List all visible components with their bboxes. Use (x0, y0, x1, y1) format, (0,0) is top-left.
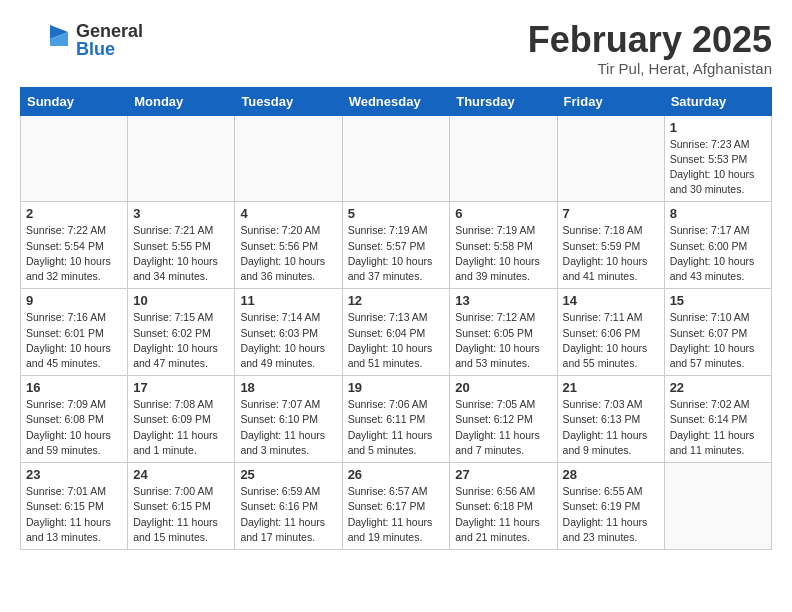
day-info: Sunrise: 7:05 AM Sunset: 6:12 PM Dayligh… (455, 397, 551, 458)
day-number: 26 (348, 467, 445, 482)
page-header: General Blue February 2025 Tir Pul, Hera… (20, 20, 772, 77)
day-info: Sunrise: 7:02 AM Sunset: 6:14 PM Dayligh… (670, 397, 766, 458)
day-info: Sunrise: 7:11 AM Sunset: 6:06 PM Dayligh… (563, 310, 659, 371)
day-info: Sunrise: 7:10 AM Sunset: 6:07 PM Dayligh… (670, 310, 766, 371)
calendar-cell: 24Sunrise: 7:00 AM Sunset: 6:15 PM Dayli… (128, 463, 235, 550)
month-title: February 2025 (528, 20, 772, 60)
calendar-cell: 3Sunrise: 7:21 AM Sunset: 5:55 PM Daylig… (128, 202, 235, 289)
calendar-cell: 10Sunrise: 7:15 AM Sunset: 6:02 PM Dayli… (128, 289, 235, 376)
calendar-cell (235, 115, 342, 202)
calendar-cell: 6Sunrise: 7:19 AM Sunset: 5:58 PM Daylig… (450, 202, 557, 289)
day-number: 2 (26, 206, 122, 221)
calendar-week-row: 23Sunrise: 7:01 AM Sunset: 6:15 PM Dayli… (21, 463, 772, 550)
calendar-cell: 28Sunrise: 6:55 AM Sunset: 6:19 PM Dayli… (557, 463, 664, 550)
logo-icon (20, 20, 70, 60)
calendar-cell (21, 115, 128, 202)
calendar-cell: 19Sunrise: 7:06 AM Sunset: 6:11 PM Dayli… (342, 376, 450, 463)
day-info: Sunrise: 6:57 AM Sunset: 6:17 PM Dayligh… (348, 484, 445, 545)
day-number: 19 (348, 380, 445, 395)
weekday-header: Tuesday (235, 87, 342, 115)
day-info: Sunrise: 7:16 AM Sunset: 6:01 PM Dayligh… (26, 310, 122, 371)
logo-general: General (76, 22, 143, 40)
weekday-header: Saturday (664, 87, 771, 115)
day-info: Sunrise: 7:23 AM Sunset: 5:53 PM Dayligh… (670, 137, 766, 198)
calendar-cell (450, 115, 557, 202)
day-number: 20 (455, 380, 551, 395)
day-info: Sunrise: 7:07 AM Sunset: 6:10 PM Dayligh… (240, 397, 336, 458)
calendar-week-row: 9Sunrise: 7:16 AM Sunset: 6:01 PM Daylig… (21, 289, 772, 376)
calendar-cell: 8Sunrise: 7:17 AM Sunset: 6:00 PM Daylig… (664, 202, 771, 289)
calendar-cell: 21Sunrise: 7:03 AM Sunset: 6:13 PM Dayli… (557, 376, 664, 463)
calendar-cell (342, 115, 450, 202)
day-info: Sunrise: 7:06 AM Sunset: 6:11 PM Dayligh… (348, 397, 445, 458)
day-info: Sunrise: 7:01 AM Sunset: 6:15 PM Dayligh… (26, 484, 122, 545)
calendar-week-row: 2Sunrise: 7:22 AM Sunset: 5:54 PM Daylig… (21, 202, 772, 289)
day-number: 11 (240, 293, 336, 308)
day-info: Sunrise: 7:09 AM Sunset: 6:08 PM Dayligh… (26, 397, 122, 458)
day-number: 10 (133, 293, 229, 308)
title-block: February 2025 Tir Pul, Herat, Afghanista… (528, 20, 772, 77)
calendar-cell: 15Sunrise: 7:10 AM Sunset: 6:07 PM Dayli… (664, 289, 771, 376)
day-number: 21 (563, 380, 659, 395)
weekday-header: Friday (557, 87, 664, 115)
day-info: Sunrise: 7:15 AM Sunset: 6:02 PM Dayligh… (133, 310, 229, 371)
day-info: Sunrise: 7:22 AM Sunset: 5:54 PM Dayligh… (26, 223, 122, 284)
day-number: 3 (133, 206, 229, 221)
day-info: Sunrise: 7:18 AM Sunset: 5:59 PM Dayligh… (563, 223, 659, 284)
day-info: Sunrise: 6:59 AM Sunset: 6:16 PM Dayligh… (240, 484, 336, 545)
day-number: 5 (348, 206, 445, 221)
logo-blue: Blue (76, 40, 143, 58)
day-number: 7 (563, 206, 659, 221)
calendar-cell: 20Sunrise: 7:05 AM Sunset: 6:12 PM Dayli… (450, 376, 557, 463)
calendar-cell: 23Sunrise: 7:01 AM Sunset: 6:15 PM Dayli… (21, 463, 128, 550)
day-number: 15 (670, 293, 766, 308)
calendar-cell: 22Sunrise: 7:02 AM Sunset: 6:14 PM Dayli… (664, 376, 771, 463)
calendar-cell: 27Sunrise: 6:56 AM Sunset: 6:18 PM Dayli… (450, 463, 557, 550)
weekday-header: Thursday (450, 87, 557, 115)
day-info: Sunrise: 7:00 AM Sunset: 6:15 PM Dayligh… (133, 484, 229, 545)
weekday-header: Monday (128, 87, 235, 115)
day-info: Sunrise: 6:56 AM Sunset: 6:18 PM Dayligh… (455, 484, 551, 545)
calendar-cell: 7Sunrise: 7:18 AM Sunset: 5:59 PM Daylig… (557, 202, 664, 289)
day-info: Sunrise: 7:08 AM Sunset: 6:09 PM Dayligh… (133, 397, 229, 458)
day-number: 18 (240, 380, 336, 395)
calendar-cell: 2Sunrise: 7:22 AM Sunset: 5:54 PM Daylig… (21, 202, 128, 289)
calendar-cell: 1Sunrise: 7:23 AM Sunset: 5:53 PM Daylig… (664, 115, 771, 202)
day-number: 6 (455, 206, 551, 221)
calendar-cell (557, 115, 664, 202)
day-info: Sunrise: 7:20 AM Sunset: 5:56 PM Dayligh… (240, 223, 336, 284)
day-info: Sunrise: 7:12 AM Sunset: 6:05 PM Dayligh… (455, 310, 551, 371)
calendar-week-row: 1Sunrise: 7:23 AM Sunset: 5:53 PM Daylig… (21, 115, 772, 202)
calendar-cell: 18Sunrise: 7:07 AM Sunset: 6:10 PM Dayli… (235, 376, 342, 463)
weekday-header: Sunday (21, 87, 128, 115)
logo-text: General Blue (76, 22, 143, 58)
day-number: 24 (133, 467, 229, 482)
calendar-cell: 16Sunrise: 7:09 AM Sunset: 6:08 PM Dayli… (21, 376, 128, 463)
calendar-cell (128, 115, 235, 202)
calendar-cell: 5Sunrise: 7:19 AM Sunset: 5:57 PM Daylig… (342, 202, 450, 289)
day-number: 1 (670, 120, 766, 135)
calendar-cell: 26Sunrise: 6:57 AM Sunset: 6:17 PM Dayli… (342, 463, 450, 550)
calendar-header-row: SundayMondayTuesdayWednesdayThursdayFrid… (21, 87, 772, 115)
day-number: 9 (26, 293, 122, 308)
day-info: Sunrise: 7:17 AM Sunset: 6:00 PM Dayligh… (670, 223, 766, 284)
day-info: Sunrise: 7:13 AM Sunset: 6:04 PM Dayligh… (348, 310, 445, 371)
day-number: 14 (563, 293, 659, 308)
calendar-cell: 12Sunrise: 7:13 AM Sunset: 6:04 PM Dayli… (342, 289, 450, 376)
calendar-cell: 13Sunrise: 7:12 AM Sunset: 6:05 PM Dayli… (450, 289, 557, 376)
day-number: 8 (670, 206, 766, 221)
calendar-cell (664, 463, 771, 550)
weekday-header: Wednesday (342, 87, 450, 115)
day-number: 23 (26, 467, 122, 482)
logo: General Blue (20, 20, 143, 60)
calendar-week-row: 16Sunrise: 7:09 AM Sunset: 6:08 PM Dayli… (21, 376, 772, 463)
calendar-cell: 14Sunrise: 7:11 AM Sunset: 6:06 PM Dayli… (557, 289, 664, 376)
day-info: Sunrise: 7:21 AM Sunset: 5:55 PM Dayligh… (133, 223, 229, 284)
day-number: 25 (240, 467, 336, 482)
day-number: 27 (455, 467, 551, 482)
calendar-cell: 17Sunrise: 7:08 AM Sunset: 6:09 PM Dayli… (128, 376, 235, 463)
day-number: 12 (348, 293, 445, 308)
day-number: 28 (563, 467, 659, 482)
calendar-cell: 11Sunrise: 7:14 AM Sunset: 6:03 PM Dayli… (235, 289, 342, 376)
day-number: 22 (670, 380, 766, 395)
